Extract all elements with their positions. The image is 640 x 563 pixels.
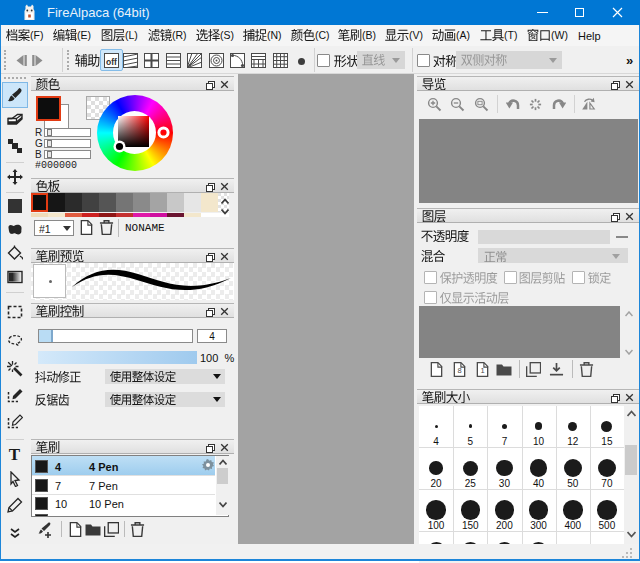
svg-text:1: 1 xyxy=(480,366,484,375)
svg-text:8: 8 xyxy=(457,366,461,375)
svg-text:T: T xyxy=(9,446,21,462)
